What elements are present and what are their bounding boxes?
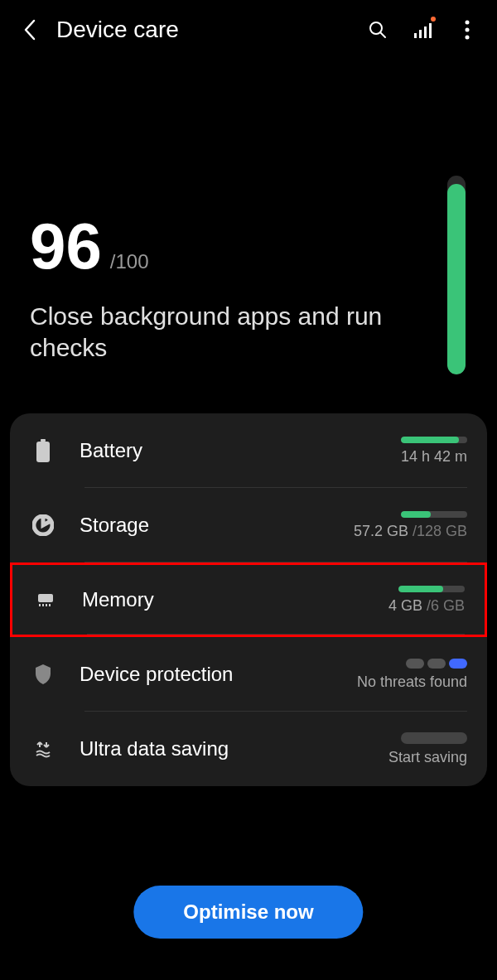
storage-icon xyxy=(30,512,56,538)
storage-label: Storage xyxy=(80,514,354,537)
battery-item[interactable]: Battery 14 h 42 m xyxy=(10,413,487,488)
shield-icon xyxy=(30,661,56,688)
search-icon[interactable] xyxy=(368,20,388,40)
svg-rect-3 xyxy=(424,27,427,38)
data-saving-icon xyxy=(30,736,56,762)
svg-point-6 xyxy=(466,28,470,32)
battery-progress xyxy=(401,437,467,443)
svg-point-7 xyxy=(466,36,470,40)
datasaving-label: Ultra data saving xyxy=(80,737,388,760)
score-section: 96 /100 Close background apps and run ch… xyxy=(0,60,497,413)
protection-detail: No threats found xyxy=(357,673,467,691)
score-value: 96 xyxy=(30,209,102,284)
svg-rect-14 xyxy=(49,604,51,606)
svg-rect-2 xyxy=(419,30,422,38)
protection-item[interactable]: Device protection No threats found xyxy=(10,637,487,712)
memory-label: Memory xyxy=(82,588,388,611)
datasaving-progress xyxy=(401,732,467,744)
battery-detail: 14 h 42 m xyxy=(401,448,467,466)
svg-rect-8 xyxy=(41,439,46,442)
score-max: /100 xyxy=(110,250,149,273)
signal-icon[interactable] xyxy=(413,20,432,40)
score-subtitle: Close background apps and run checks xyxy=(30,301,394,364)
svg-rect-12 xyxy=(42,604,44,606)
datasaving-item[interactable]: Ultra data saving Start saving xyxy=(10,712,487,786)
svg-rect-1 xyxy=(414,33,417,38)
memory-detail: 4 GB /6 GB xyxy=(388,597,465,615)
svg-rect-10 xyxy=(38,594,53,602)
back-icon[interactable] xyxy=(20,20,40,40)
memory-icon xyxy=(32,587,59,613)
protection-status-dots xyxy=(406,659,467,669)
score-progress-bar xyxy=(447,176,466,374)
notification-dot-icon xyxy=(431,17,436,22)
memory-progress xyxy=(398,586,465,592)
more-icon[interactable] xyxy=(457,20,477,40)
battery-label: Battery xyxy=(80,439,401,462)
svg-rect-9 xyxy=(36,442,50,462)
svg-rect-13 xyxy=(46,604,47,606)
page-title: Device care xyxy=(56,17,351,43)
storage-progress xyxy=(401,511,467,518)
optimize-button[interactable]: Optimise now xyxy=(133,886,363,939)
storage-detail: 57.2 GB /128 GB xyxy=(354,523,467,540)
memory-item[interactable]: Memory 4 GB /6 GB xyxy=(10,562,487,637)
storage-item[interactable]: Storage 57.2 GB /128 GB xyxy=(10,488,487,562)
svg-rect-4 xyxy=(429,23,432,38)
battery-icon xyxy=(30,437,56,464)
protection-label: Device protection xyxy=(80,663,357,686)
datasaving-detail: Start saving xyxy=(388,749,467,766)
svg-point-5 xyxy=(466,21,470,25)
device-care-list: Battery 14 h 42 m Storage 57.2 GB /128 G… xyxy=(10,413,487,786)
svg-rect-11 xyxy=(39,604,41,606)
